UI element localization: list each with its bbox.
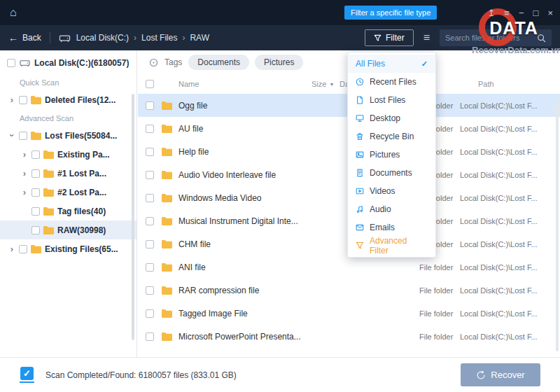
- checkbox[interactable]: [146, 217, 154, 225]
- sidebar-scrollbar[interactable]: [132, 94, 134, 340]
- chevron-right-icon[interactable]: ›: [8, 244, 15, 253]
- select-all-checkbox[interactable]: [146, 80, 154, 88]
- checkbox[interactable]: [19, 132, 27, 140]
- recover-icon: [476, 370, 486, 380]
- checkbox[interactable]: [146, 125, 154, 133]
- column-name[interactable]: Name: [178, 80, 312, 88]
- table-row[interactable]: Tagged Image FileFile folderLocal Disk(C…: [138, 302, 560, 325]
- sidebar-item[interactable]: RAW(30998): [0, 220, 136, 239]
- recover-button[interactable]: Recover: [461, 363, 540, 386]
- folder-icon: [162, 217, 172, 225]
- checkbox[interactable]: [31, 207, 40, 216]
- toolbar-divider: [50, 32, 50, 43]
- tag-chip[interactable]: Pictures: [255, 55, 303, 70]
- filter-tooltip: Filter a specific file type: [344, 6, 437, 20]
- sidebar-item[interactable]: ›Lost Files(55084...: [0, 126, 136, 145]
- minimize-icon[interactable]: −: [519, 8, 524, 18]
- column-size[interactable]: Size ▼: [312, 80, 340, 88]
- checkbox[interactable]: [146, 263, 154, 272]
- upload-icon[interactable]: ↥: [487, 8, 495, 18]
- checkbox[interactable]: [7, 59, 15, 67]
- sidebar-item-label: RAW(30998): [57, 225, 106, 235]
- file-type: File folder: [419, 263, 460, 272]
- sidebar-root-label: Local Disk(C:)(6180057): [34, 58, 129, 68]
- close-icon[interactable]: ×: [547, 8, 553, 18]
- checkbox[interactable]: [19, 96, 27, 104]
- chevron-right-icon[interactable]: ›: [21, 150, 28, 159]
- filter-menu-item-label: Documents: [370, 168, 412, 178]
- filter-menu-item-label: All Files: [356, 59, 385, 69]
- checkbox[interactable]: [146, 309, 154, 318]
- filter-menu-item[interactable]: All Files✓: [348, 55, 435, 73]
- chevron-right-icon[interactable]: ›: [21, 169, 28, 178]
- chevron-right-icon[interactable]: ›: [21, 188, 28, 197]
- breadcrumb-item[interactable]: Local Disk(C:): [76, 33, 129, 43]
- checkbox[interactable]: [146, 194, 154, 202]
- window-controls: ↥≡−□×: [487, 0, 553, 25]
- filter-menu-item-label: Recent Files: [370, 77, 416, 87]
- column-path[interactable]: Path: [460, 80, 560, 88]
- filter-menu-item[interactable]: Emails: [348, 218, 435, 237]
- sidebar-item[interactable]: ›Existing Pa...: [0, 145, 136, 164]
- tag-chip[interactable]: Documents: [188, 55, 249, 70]
- list-scrollbar[interactable]: [556, 99, 559, 351]
- filter-menu-item[interactable]: Audio: [348, 200, 435, 218]
- video-icon: [356, 187, 364, 195]
- file-path: Local Disk(C:)\Lost F...: [460, 309, 560, 318]
- filter-menu-item-label: Pictures: [370, 150, 400, 160]
- search-input[interactable]: [445, 34, 537, 42]
- checkbox[interactable]: [146, 286, 154, 295]
- checkbox[interactable]: [31, 169, 40, 178]
- filter-menu-item[interactable]: Documents: [348, 164, 435, 182]
- file-path: Local Disk(C:)\Lost F...: [460, 240, 560, 248]
- checkbox[interactable]: [146, 171, 154, 179]
- checkbox[interactable]: [146, 332, 154, 341]
- sidebar-root-item[interactable]: Local Disk(C:)(6180057): [0, 50, 136, 74]
- search-box[interactable]: [440, 29, 552, 46]
- sidebar-item[interactable]: ›Deleted Files(12...: [0, 90, 136, 109]
- sidebar-item[interactable]: Tag files(40): [0, 202, 136, 220]
- menu-icon[interactable]: ≡: [504, 8, 510, 18]
- back-button[interactable]: ← Back: [8, 32, 41, 43]
- sidebar-item[interactable]: ›Existing Files(65...: [0, 239, 136, 258]
- filter-menu-item[interactable]: Advanced Filter: [348, 237, 435, 255]
- filter-menu-item[interactable]: Recent Files: [348, 73, 435, 91]
- file-name: Audio Video Interleave file: [178, 170, 312, 180]
- sidebar-item-label: Lost Files(55084...: [45, 131, 117, 141]
- list-view-icon[interactable]: ≡: [424, 32, 430, 43]
- checkbox[interactable]: [31, 188, 40, 197]
- chevron-down-icon[interactable]: ›: [8, 132, 17, 139]
- checkbox[interactable]: [19, 245, 27, 253]
- checkbox[interactable]: [31, 226, 40, 234]
- sidebar-item-label: Deleted Files(12...: [45, 95, 115, 105]
- home-icon[interactable]: ⌂: [10, 6, 17, 19]
- filter-menu-item[interactable]: Lost Files: [348, 91, 435, 109]
- picture-icon: [356, 150, 364, 159]
- filter-menu-item[interactable]: Recycle Bin: [348, 127, 435, 146]
- maximize-icon[interactable]: □: [533, 8, 539, 18]
- checkbox[interactable]: [146, 148, 154, 156]
- filter-menu-item-label: Emails: [370, 223, 395, 232]
- file-name: Microsoft PowerPoint Presenta...: [178, 332, 312, 342]
- filter-menu: All Files✓Recent FilesLost FilesDesktopR…: [347, 52, 436, 258]
- checkbox[interactable]: [31, 150, 40, 159]
- sidebar-item[interactable]: ›#2 Lost Pa...: [0, 183, 136, 202]
- filter-menu-item[interactable]: Desktop: [348, 109, 435, 127]
- search-icon[interactable]: [537, 34, 546, 43]
- scan-summary: Scan Completed/Found: 6180057 files (833…: [46, 370, 237, 380]
- audio-icon: [356, 205, 364, 214]
- breadcrumb-item[interactable]: Lost Files: [141, 33, 177, 43]
- filter-button[interactable]: Filter: [365, 29, 414, 46]
- table-row[interactable]: ANI fileFile folderLocal Disk(C:)\Lost F…: [138, 255, 560, 279]
- checkbox[interactable]: [146, 102, 154, 110]
- filter-menu-item[interactable]: Videos: [348, 182, 435, 200]
- sidebar-item[interactable]: ›#1 Lost Pa...: [0, 164, 136, 183]
- table-row[interactable]: RAR compression fileFile folderLocal Dis…: [138, 279, 560, 302]
- chevron-right-icon[interactable]: ›: [8, 95, 15, 104]
- table-row[interactable]: Microsoft PowerPoint Presenta...File fol…: [138, 325, 560, 348]
- folder-icon: [162, 125, 172, 133]
- breadcrumb-item[interactable]: RAW: [190, 33, 209, 43]
- checkbox[interactable]: [146, 240, 154, 248]
- breadcrumb: Local Disk(C:)›Lost Files›RAW: [76, 33, 209, 43]
- filter-menu-item[interactable]: Pictures: [348, 146, 435, 164]
